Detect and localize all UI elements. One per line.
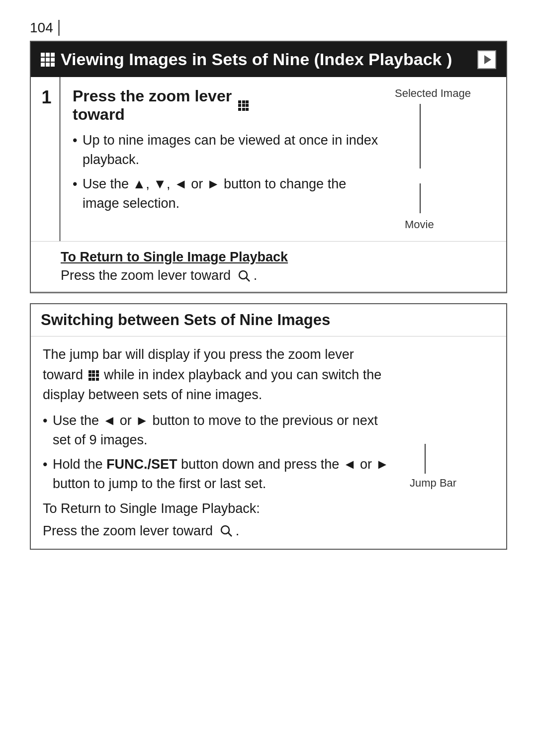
svg-point-0: [239, 271, 247, 279]
vertical-line-top: [420, 104, 421, 168]
section-header-title: Viewing Images in Sets of Nine (Index Pl…: [41, 50, 452, 69]
svg-line-3: [228, 533, 232, 536]
section-title: Viewing Images in Sets of Nine (Index Pl…: [61, 50, 452, 69]
svg-point-2: [221, 526, 229, 534]
step-bullet-list: Up to nine images can be viewed at once …: [73, 131, 385, 214]
jump-bar-line: [425, 444, 426, 474]
return-bottom-text: Press the zoom lever toward .: [43, 521, 395, 541]
bullet-1: Up to nine images can be viewed at once …: [73, 131, 385, 169]
return-text: Press the zoom lever toward .: [61, 268, 494, 283]
step-right: Selected Image Movie: [395, 87, 494, 231]
jump-bar-label: Jump Bar: [410, 477, 456, 490]
switching-bullet-2: Hold the FUNC./SET button down and press…: [43, 455, 395, 494]
step-instructions: Press the zoom levertoward Up to nine im…: [73, 87, 385, 231]
func-set-label: FUNC./SET: [106, 457, 178, 472]
switching-right: Jump Bar: [405, 344, 494, 541]
switching-para1: The jump bar will display if you press t…: [43, 344, 395, 405]
step-number-col: 1: [31, 77, 61, 241]
step-number: 1: [41, 87, 51, 108]
bullet-2: Use the ▲, ▼, ◄ or ► button to change th…: [73, 174, 385, 213]
page-number: 104: [30, 20, 60, 36]
step-heading-grid-icon: [238, 100, 249, 111]
selected-image-label: Selected Image: [395, 87, 471, 100]
step-title: Press the zoom levertoward: [73, 87, 385, 124]
magnify-icon-2: [220, 524, 233, 537]
play-triangle: [484, 55, 491, 64]
return-text-content: Press the zoom lever toward: [61, 268, 235, 283]
switching-bullet-list: Use the ◄ or ► button to move to the pre…: [43, 411, 395, 494]
index-grid-icon: [41, 53, 55, 67]
return-bottom: To Return to Single Image Playback: Pres…: [43, 499, 395, 541]
vertical-line-movie: [420, 183, 421, 213]
return-section: To Return to Single Image Playback Press…: [31, 242, 506, 292]
magnify-icon: [238, 269, 251, 282]
return-text-end: .: [254, 268, 258, 283]
playback-icon: [477, 50, 496, 69]
return-bottom-title: To Return to Single Image Playback:: [43, 499, 395, 519]
switching-header: Switching between Sets of Nine Images: [31, 304, 506, 336]
step-body: Press the zoom levertoward Up to nine im…: [61, 77, 506, 241]
return-title: To Return to Single Image Playback: [61, 250, 494, 265]
step-content: 1 Press the zoom levertoward Up: [31, 77, 506, 242]
step-body-inner: Press the zoom levertoward Up to nine im…: [73, 87, 494, 231]
movie-label: Movie: [405, 218, 434, 231]
switching-bullet-1: Use the ◄ or ► button to move to the pre…: [43, 411, 395, 450]
section-header: Viewing Images in Sets of Nine (Index Pl…: [31, 42, 506, 77]
switching-text: The jump bar will display if you press t…: [43, 344, 395, 541]
main-section: Viewing Images in Sets of Nine (Index Pl…: [30, 41, 507, 293]
svg-line-1: [246, 278, 250, 281]
switching-box: Switching between Sets of Nine Images Th…: [30, 303, 507, 550]
switching-grid-icon: [89, 370, 99, 381]
switching-body: The jump bar will display if you press t…: [31, 336, 506, 549]
page-number-row: 104: [30, 20, 507, 36]
step-heading-text: Press the zoom levertoward: [73, 87, 232, 124]
